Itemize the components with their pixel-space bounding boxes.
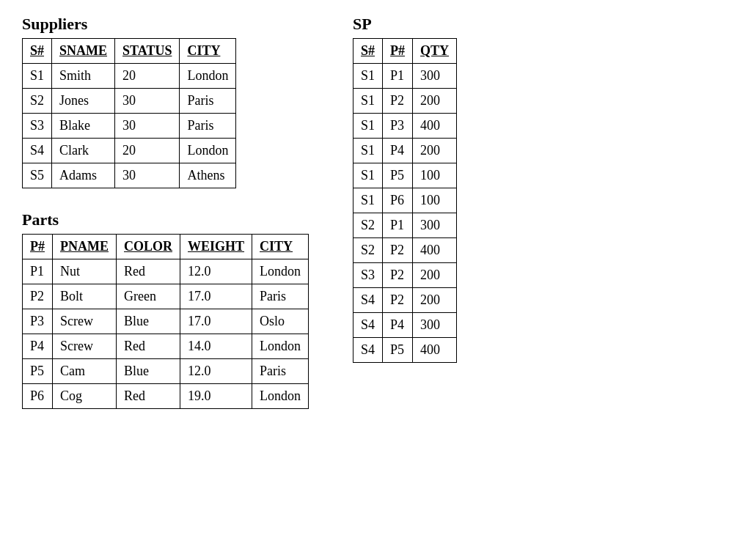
table-cell: P1 — [383, 64, 413, 89]
table-row: S1P5100 — [353, 163, 457, 188]
table-cell: Green — [117, 284, 180, 309]
table-cell: Screw — [53, 309, 117, 334]
table-cell: Paris — [252, 359, 309, 384]
table-cell: S3 — [353, 263, 383, 288]
table-cell: P3 — [383, 114, 413, 139]
table-cell: 30 — [115, 163, 180, 188]
table-row: P5CamBlue12.0Paris — [23, 359, 309, 384]
table-row: S2Jones30Paris — [23, 89, 236, 114]
table-cell: P2 — [383, 288, 413, 313]
table-row: S1P6100 — [353, 188, 457, 213]
table-cell: P2 — [383, 263, 413, 288]
suppliers-col-header: S# — [23, 39, 52, 64]
table-cell: S1 — [353, 163, 383, 188]
table-row: S1P4200 — [353, 139, 457, 163]
table-cell: Bolt — [53, 284, 117, 309]
table-row: S1P3400 — [353, 114, 457, 139]
table-row: P1NutRed12.0London — [23, 259, 309, 284]
table-cell: 30 — [115, 114, 180, 139]
table-cell: P5 — [23, 359, 53, 384]
table-cell: Nut — [53, 259, 117, 284]
parts-col-header: PNAME — [53, 235, 117, 259]
table-cell: 12.0 — [180, 259, 252, 284]
table-cell: P5 — [383, 163, 413, 188]
table-cell: S4 — [353, 288, 383, 313]
table-cell: P4 — [23, 334, 53, 359]
table-cell: Jones — [52, 89, 115, 114]
parts-header: P#PNAMECOLORWEIGHTCITY — [23, 235, 309, 259]
table-row: S1P1300 — [353, 64, 457, 89]
table-cell: 100 — [413, 163, 457, 188]
parts-header-row: P#PNAMECOLORWEIGHTCITY — [23, 235, 309, 259]
suppliers-header-row: S#SNAMESTATUSCITY — [23, 39, 236, 64]
parts-title: Parts — [22, 210, 309, 229]
table-cell: P1 — [383, 213, 413, 238]
table-cell: S1 — [353, 139, 383, 163]
table-row: S2P1300 — [353, 213, 457, 238]
table-row: P3ScrewBlue17.0Oslo — [23, 309, 309, 334]
table-cell: P1 — [23, 259, 53, 284]
suppliers-header: S#SNAMESTATUSCITY — [23, 39, 236, 64]
table-cell: P5 — [383, 338, 413, 363]
table-cell: P4 — [383, 313, 413, 338]
parts-table: P#PNAMECOLORWEIGHTCITY P1NutRed12.0Londo… — [22, 234, 309, 409]
table-cell: London — [252, 334, 309, 359]
suppliers-col-header: STATUS — [115, 39, 180, 64]
table-row: S4Clark20London — [23, 139, 236, 163]
table-row: P4ScrewRed14.0London — [23, 334, 309, 359]
table-cell: 200 — [413, 89, 457, 114]
table-row: S4P5400 — [353, 338, 457, 363]
page-layout: Suppliers S#SNAMESTATUSCITY S1Smith20Lon… — [22, 15, 729, 409]
parts-col-header: WEIGHT — [180, 235, 252, 259]
table-cell: 30 — [115, 89, 180, 114]
table-cell: S5 — [23, 163, 52, 188]
table-cell: P2 — [383, 89, 413, 114]
table-cell: Red — [117, 384, 180, 409]
sp-header: S#P#QTY — [353, 39, 457, 64]
suppliers-title: Suppliers — [22, 15, 309, 34]
table-cell: 400 — [413, 114, 457, 139]
table-cell: Athens — [180, 163, 236, 188]
left-column: Suppliers S#SNAMESTATUSCITY S1Smith20Lon… — [22, 15, 309, 409]
table-row: S3P2200 — [353, 263, 457, 288]
table-cell: Oslo — [252, 309, 309, 334]
parts-col-header: COLOR — [117, 235, 180, 259]
table-cell: S4 — [23, 139, 52, 163]
table-row: S4P4300 — [353, 313, 457, 338]
table-cell: 200 — [413, 263, 457, 288]
table-cell: Blake — [52, 114, 115, 139]
table-cell: P2 — [23, 284, 53, 309]
table-cell: Smith — [52, 64, 115, 89]
right-column: SP S#P#QTY S1P1300S1P2200S1P3400S1P4200S… — [353, 15, 457, 363]
table-cell: S4 — [353, 338, 383, 363]
table-cell: S1 — [353, 64, 383, 89]
table-cell: Cam — [53, 359, 117, 384]
sp-col-header: P# — [383, 39, 413, 64]
table-cell: London — [252, 384, 309, 409]
sp-section: SP S#P#QTY S1P1300S1P2200S1P3400S1P4200S… — [353, 15, 457, 363]
table-cell: Paris — [180, 114, 236, 139]
table-cell: 400 — [413, 238, 457, 263]
table-cell: Red — [117, 259, 180, 284]
table-cell: S3 — [23, 114, 52, 139]
table-row: S2P2400 — [353, 238, 457, 263]
table-cell: S2 — [353, 213, 383, 238]
table-cell: 12.0 — [180, 359, 252, 384]
table-cell: 300 — [413, 64, 457, 89]
table-cell: S2 — [23, 89, 52, 114]
table-row: P2BoltGreen17.0Paris — [23, 284, 309, 309]
table-cell: 100 — [413, 188, 457, 213]
table-row: S1Smith20London — [23, 64, 236, 89]
parts-col-header: CITY — [252, 235, 309, 259]
table-cell: 400 — [413, 338, 457, 363]
table-cell: S1 — [23, 64, 52, 89]
table-cell: Screw — [53, 334, 117, 359]
sp-table: S#P#QTY S1P1300S1P2200S1P3400S1P4200S1P5… — [353, 38, 457, 363]
table-cell: P2 — [383, 238, 413, 263]
table-cell: 20 — [115, 139, 180, 163]
table-cell: Blue — [117, 309, 180, 334]
table-cell: 14.0 — [180, 334, 252, 359]
parts-body: P1NutRed12.0LondonP2BoltGreen17.0ParisP3… — [23, 259, 309, 409]
sp-header-row: S#P#QTY — [353, 39, 457, 64]
suppliers-col-header: SNAME — [52, 39, 115, 64]
